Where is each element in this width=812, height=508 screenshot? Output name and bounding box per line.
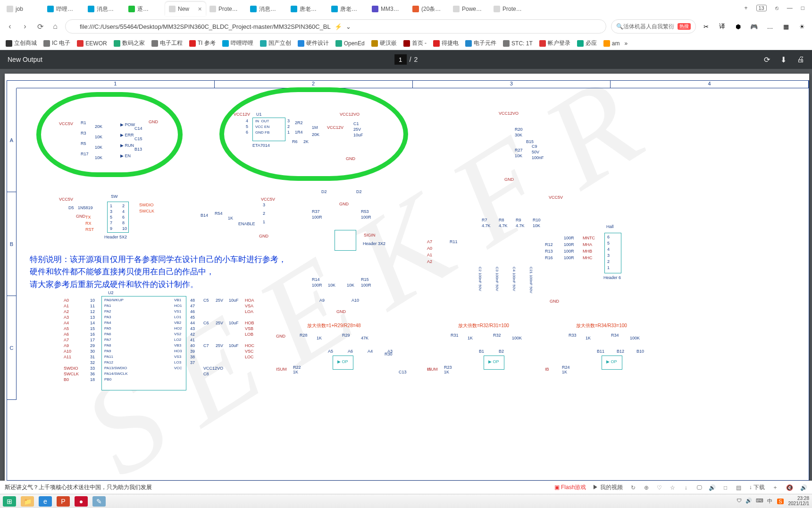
status-icon-0[interactable]: ↻ [629, 484, 637, 491]
bookmark-6[interactable]: 哔哩哔哩 [220, 39, 255, 47]
flash-game-link[interactable]: ▣ Flash游戏 [554, 483, 586, 491]
window-minimize[interactable]: — [787, 5, 793, 11]
nav-back[interactable]: ‹ [5, 22, 15, 31]
status-icon-6[interactable]: 🔊 [709, 484, 716, 491]
tab-count-badge[interactable]: 13 [756, 5, 767, 11]
status-icon-2[interactable]: ♡ [656, 484, 663, 491]
toolbar-icon-5[interactable]: ▦ [781, 21, 791, 32]
tray-icon-2[interactable]: ⌨ [756, 498, 763, 505]
nav-reload[interactable]: ⟳ [35, 22, 45, 31]
url-dropdown-icon[interactable]: ⌄ [346, 23, 351, 30]
bookmark-expand-icon[interactable]: » [624, 40, 628, 47]
mcu-r-pin-5: 43 [190, 326, 195, 331]
bookmark-10[interactable]: 硬汉嵌 [369, 39, 399, 47]
taskbar-app-5[interactable]: ✎ [92, 496, 106, 507]
tab-2[interactable]: 消息… [84, 2, 125, 16]
status-icon-4[interactable]: ↓ [682, 484, 690, 491]
r11: R11 [450, 239, 458, 244]
pdf-print-icon[interactable]: 🖨 [797, 55, 804, 64]
hdr5x2-pin1: 1 [110, 203, 112, 208]
taskbar-app-2[interactable]: e [39, 496, 52, 507]
status-icon-3[interactable]: ☆ [669, 484, 677, 491]
status-icon-5[interactable]: 🖵 [695, 484, 703, 491]
toolbar-icon-1[interactable]: 译 [717, 21, 727, 32]
tray-icon-0[interactable]: 🛡 [737, 498, 742, 505]
bookmark-1[interactable]: IC 电子 [42, 39, 72, 47]
taskbar-app-4[interactable]: ● [75, 496, 88, 507]
taskbar-app-3[interactable]: P [57, 496, 70, 507]
status-icon-1[interactable]: ⊕ [643, 484, 650, 491]
pdf-download-icon[interactable]: ⬇ [780, 55, 787, 64]
sig-SWDIO: SWDIO [139, 203, 154, 207]
bookmark-7[interactable]: 国产立创 [258, 39, 293, 47]
url-field[interactable]: file:///C:/Users/55464/Desktop/MM32SPIN3… [65, 19, 606, 34]
toolbar-icon-6[interactable]: ☀ [797, 21, 807, 32]
taskbar-app-1[interactable]: 📁 [21, 496, 34, 507]
bookmark-0[interactable]: 立创商城 [4, 39, 39, 47]
nav-home[interactable]: ⌂ [50, 22, 60, 31]
my-video-link[interactable]: ▶ 我的视频 [593, 483, 622, 491]
bookmark-4[interactable]: 电子工程 [150, 39, 184, 47]
nav-forward[interactable]: › [20, 22, 30, 31]
status-mute-icon[interactable]: 🔇 [786, 484, 793, 491]
tab-3[interactable]: 逐… [125, 2, 165, 16]
tab-7[interactable]: 唐老… [287, 2, 327, 16]
bookmark-14[interactable]: STC: 1T [501, 40, 535, 47]
tab-10[interactable]: (20条… [409, 2, 449, 16]
bookmark-16[interactable]: 必应 [575, 39, 599, 47]
bookmark-5[interactable]: TI 参考 [187, 39, 218, 47]
tab-9[interactable]: MM3… [368, 2, 409, 16]
pdf-page-input[interactable] [394, 54, 407, 65]
bookmark-2[interactable]: EEWOR [75, 40, 109, 47]
bookmark-8[interactable]: 硬件设计 [296, 39, 331, 47]
bookmark-3[interactable]: 数码之家 [112, 39, 147, 47]
status-plus[interactable]: + [771, 484, 779, 491]
tab-new-button[interactable]: + [744, 5, 747, 11]
gain-1: 放大倍数=R32/R31=100 [458, 322, 509, 329]
bookmark-17[interactable]: am [602, 40, 622, 47]
pdf-rotate-icon[interactable]: ⟳ [764, 55, 770, 64]
browser-menu-icon[interactable]: ⎋ [775, 5, 779, 11]
tab-12[interactable]: Prote… [490, 2, 530, 16]
mcu-r-lbl-12: VCC [174, 366, 182, 370]
news-link[interactable]: 斯还讲义气？上千项核心技术送往中国，只为助力我们发展 [5, 483, 152, 491]
window-restore[interactable]: □ [801, 5, 804, 11]
toolbar-icon-0[interactable]: ✂ [701, 21, 711, 32]
toolbar-icon-2[interactable]: ⬢ [733, 21, 743, 32]
bookmark-11[interactable]: 首页 - [402, 39, 428, 47]
bookmark-13[interactable]: 电子元件 [463, 39, 498, 47]
pdf-viewport[interactable]: SEEKFR 1234 ABC VCC5V GND R1 20K ▶ POWR3… [0, 69, 812, 481]
tab-5[interactable]: Prote… [206, 2, 246, 16]
bookmark-12[interactable]: 得捷电 [431, 39, 460, 47]
lightning-icon[interactable]: ⚡ [335, 23, 342, 30]
op0-rB: R29 [342, 333, 350, 338]
status-bar: 斯还讲义气？上千项核心技术送往中国，只为助力我们发展 ▣ Flash游戏 ▶ 我… [0, 481, 812, 494]
mcu-r-v-0: 25V [216, 298, 223, 303]
tab-1[interactable]: 哔哩… [43, 2, 84, 16]
tray-clock[interactable]: 23:28 2021/12/1 [788, 496, 810, 506]
tab-8[interactable]: 唐老… [327, 2, 368, 16]
note-line2: 硬件和软件都不能够直接拷贝使用在自己的作品中， [30, 266, 351, 278]
toolbar-icon-3[interactable]: 🎮 [749, 21, 759, 32]
status-icon-7[interactable]: □ [722, 484, 729, 491]
toolbar-icon-4[interactable]: … [765, 21, 775, 32]
bookmark-icon [189, 40, 196, 47]
mcu-r-net-9: VSC [245, 349, 254, 354]
tab-0[interactable]: job [3, 2, 43, 16]
tray-icon-1[interactable]: 🔊 [745, 498, 752, 505]
ia-1: IA [427, 367, 431, 372]
tray-icon-3[interactable]: 中 [767, 498, 772, 505]
bookmark-9[interactable]: OpenEd [334, 40, 367, 47]
download-link[interactable]: ↓ 下载 [749, 483, 765, 491]
ime-sogou[interactable]: S [777, 499, 783, 504]
status-icon-8[interactable]: ▤ [735, 484, 743, 491]
bookmark-15[interactable]: 帐户登录 [537, 39, 572, 47]
tab-6[interactable]: 消息… [246, 2, 287, 16]
taskbar-app-0[interactable]: ⊞ [3, 496, 16, 507]
tab-4[interactable]: New✕ [165, 2, 206, 16]
status-vol-icon[interactable]: 🔊 [800, 484, 807, 491]
bookmark-icon [577, 40, 584, 47]
tab-11[interactable]: Powe… [449, 2, 490, 16]
tab-close-icon[interactable]: ✕ [198, 6, 202, 12]
search-box[interactable]: 🔍 活体机器人自我繁衍 热搜 [611, 19, 696, 34]
